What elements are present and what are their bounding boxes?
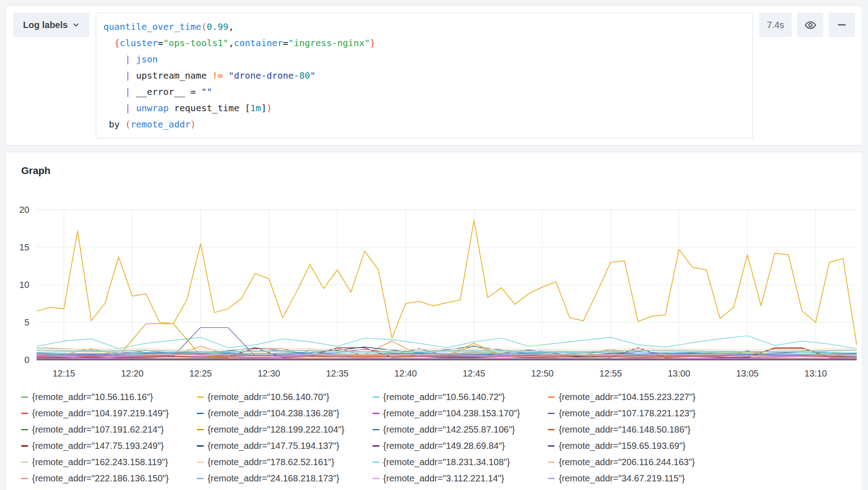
series-color-dash — [373, 429, 379, 430]
series-color-dash — [21, 429, 28, 430]
x-axis-label: 12:40 — [394, 368, 417, 378]
legend-item[interactable]: {remote_addr="18.231.34.108"} — [373, 457, 520, 467]
series-color-dash — [197, 413, 204, 414]
legend-item[interactable]: {remote_addr="149.28.69.84"} — [373, 441, 520, 451]
y-axis-label: 20 — [19, 205, 29, 215]
series-line — [37, 336, 857, 349]
series-color-dash — [373, 478, 379, 479]
legend-item[interactable]: {remote_addr="10.56.140.70"} — [197, 392, 345, 402]
series-label: {remote_addr="146.148.50.186"} — [559, 424, 691, 435]
series-color-dash — [548, 413, 555, 414]
explore-page: Log labels quantile_over_time(0.99, {clu… — [0, 0, 868, 490]
query-editor[interactable]: quantile_over_time(0.99, {cluster="ops-t… — [96, 13, 753, 138]
x-axis-label: 12:55 — [599, 368, 622, 378]
x-axis-label: 13:05 — [736, 368, 759, 378]
series-color-dash — [21, 478, 28, 479]
series-color-dash — [373, 413, 379, 414]
series-color-dash — [548, 478, 555, 479]
legend-item[interactable]: {remote_addr="147.75.194.137"} — [197, 441, 345, 451]
legend-item[interactable]: {remote_addr="142.255.87.106"} — [373, 424, 520, 435]
query-code-line: | upstream_name != "drone-drone-80" — [103, 67, 745, 84]
query-duration-badge: 7.4s — [759, 13, 792, 37]
series-label: {remote_addr="147.75.194.137"} — [208, 441, 340, 451]
legend-item[interactable]: {remote_addr="107.191.62.214"} — [21, 424, 169, 435]
legend-item[interactable]: {remote_addr="104.197.219.149"} — [21, 408, 169, 419]
series-color-dash — [21, 413, 28, 414]
series-color-dash — [373, 445, 379, 447]
query-code-line: | __error__ = "" — [103, 84, 745, 100]
series-color-dash — [548, 462, 555, 463]
series-color-dash — [197, 462, 204, 463]
x-axis-label: 12:25 — [189, 368, 212, 378]
legend-item[interactable]: {remote_addr="10.56.140.72"} — [373, 392, 520, 402]
minimize-query-button[interactable] — [829, 13, 855, 37]
query-editor-panel: Log labels quantile_over_time(0.99, {clu… — [5, 5, 863, 146]
minus-icon — [837, 20, 846, 29]
x-axis-label: 12:20 — [121, 368, 144, 378]
legend-item[interactable]: {remote_addr="107.178.221.123"} — [548, 408, 695, 419]
legend-item[interactable]: {remote_addr="104.238.136.28"} — [197, 408, 345, 419]
query-code-line: quantile_over_time(0.99, — [103, 19, 745, 35]
legend-item[interactable]: {remote_addr="3.112.221.14"} — [373, 473, 520, 484]
legend-item[interactable]: {remote_addr="24.168.218.173"} — [197, 473, 345, 484]
legend-item[interactable]: {remote_addr="178.62.52.161"} — [197, 457, 345, 467]
y-axis-label: 5 — [24, 317, 29, 327]
legend-item[interactable]: {remote_addr="147.75.193.249"} — [21, 441, 169, 451]
series-label: {remote_addr="149.28.69.84"} — [383, 441, 505, 451]
log-labels-button[interactable]: Log labels — [13, 13, 89, 37]
series-color-dash — [373, 396, 379, 398]
series-label: {remote_addr="104.197.219.149"} — [32, 408, 169, 419]
series-label: {remote_addr="104.238.153.170"} — [383, 408, 520, 419]
y-axis-label: 10 — [19, 280, 29, 290]
query-code-line: by (remote_addr) — [103, 116, 745, 132]
query-visibility-button[interactable] — [797, 13, 823, 37]
x-axis-label: 12:45 — [462, 368, 485, 378]
x-axis-label: 12:30 — [257, 368, 280, 378]
series-line — [37, 220, 857, 345]
legend-item[interactable]: {remote_addr="104.155.223.227"} — [548, 392, 695, 402]
series-color-dash — [548, 429, 555, 430]
series-color-dash — [548, 396, 555, 398]
series-label: {remote_addr="34.67.219.115"} — [559, 473, 685, 484]
query-code-line: | json — [103, 51, 745, 67]
series-label: {remote_addr="104.155.223.227"} — [559, 392, 695, 402]
legend-item[interactable]: {remote_addr="104.238.153.170"} — [373, 408, 520, 419]
series-label: {remote_addr="10.56.140.70"} — [208, 392, 329, 402]
legend-item[interactable]: {remote_addr="162.243.158.119"} — [21, 457, 169, 467]
legend: {remote_addr="10.56.116.16"}{remote_addr… — [21, 392, 847, 484]
x-axis-label: 12:15 — [52, 368, 75, 378]
series-lines — [37, 220, 857, 358]
legend-item[interactable]: {remote_addr="10.56.116.16"} — [21, 392, 169, 402]
legend-item[interactable]: {remote_addr="222.186.136.150"} — [21, 473, 169, 484]
series-color-dash — [197, 429, 204, 430]
x-axis-label: 12:50 — [531, 368, 554, 378]
series-label: {remote_addr="206.116.244.163"} — [559, 457, 695, 467]
query-code-line: {cluster="ops-tools1",container="ingress… — [103, 35, 745, 51]
chevron-down-icon — [72, 21, 79, 28]
series-label: {remote_addr="24.168.218.173"} — [208, 473, 340, 484]
series-color-dash — [21, 396, 28, 398]
legend-item[interactable]: {remote_addr="159.65.193.69"} — [548, 441, 695, 451]
series-label: {remote_addr="107.191.62.214"} — [32, 424, 164, 435]
series-label: {remote_addr="104.238.136.28"} — [208, 408, 340, 419]
legend-item[interactable]: {remote_addr="146.148.50.186"} — [548, 424, 695, 435]
x-axis-label: 13:00 — [667, 368, 690, 378]
series-color-dash — [548, 445, 555, 447]
series-color-dash — [21, 462, 28, 463]
series-label: {remote_addr="128.199.222.104"} — [208, 424, 345, 435]
graph-panel: Graph 0510152012:1512:2012:2512:3012:351… — [5, 152, 863, 490]
series-label: {remote_addr="18.231.34.108"} — [383, 457, 510, 467]
query-controls: 7.4s — [759, 13, 855, 37]
y-axis-label: 0 — [24, 355, 29, 365]
panel-title: Graph — [6, 152, 862, 180]
chart[interactable]: 0510152012:1512:2012:2512:3012:3512:4012… — [6, 180, 862, 385]
legend-item[interactable]: {remote_addr="34.67.219.115"} — [548, 473, 695, 484]
series-label: {remote_addr="142.255.87.106"} — [383, 424, 515, 435]
series-label: {remote_addr="178.62.52.161"} — [208, 457, 335, 467]
series-label: {remote_addr="162.243.158.119"} — [32, 457, 168, 467]
y-axis-label: 15 — [19, 242, 29, 252]
x-axis-label: 13:10 — [804, 368, 827, 378]
legend-item[interactable]: {remote_addr="206.116.244.163"} — [548, 457, 695, 467]
series-color-dash — [373, 462, 379, 463]
legend-item[interactable]: {remote_addr="128.199.222.104"} — [197, 424, 345, 435]
